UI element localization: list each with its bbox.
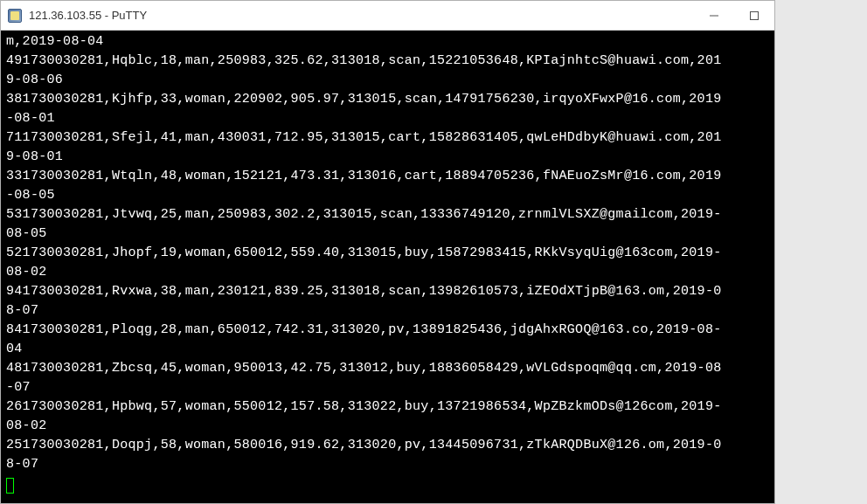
terminal-output[interactable]: m,2019-08-04 491730030281,Hqblc,18,man,2…	[1, 31, 774, 503]
svg-rect-1	[751, 11, 759, 19]
minimize-button[interactable]	[694, 1, 734, 30]
maximize-icon	[750, 11, 759, 20]
minimize-icon	[710, 11, 718, 20]
maximize-button[interactable]	[734, 1, 774, 30]
window-controls	[694, 1, 774, 30]
window-title: 121.36.103.55 - PuTTY	[29, 9, 694, 22]
app-window: 121.36.103.55 - PuTTY m,2019-08-04 49173…	[0, 0, 775, 504]
terminal-cursor	[6, 478, 14, 494]
titlebar[interactable]: 121.36.103.55 - PuTTY	[1, 1, 774, 31]
putty-icon	[8, 9, 22, 23]
